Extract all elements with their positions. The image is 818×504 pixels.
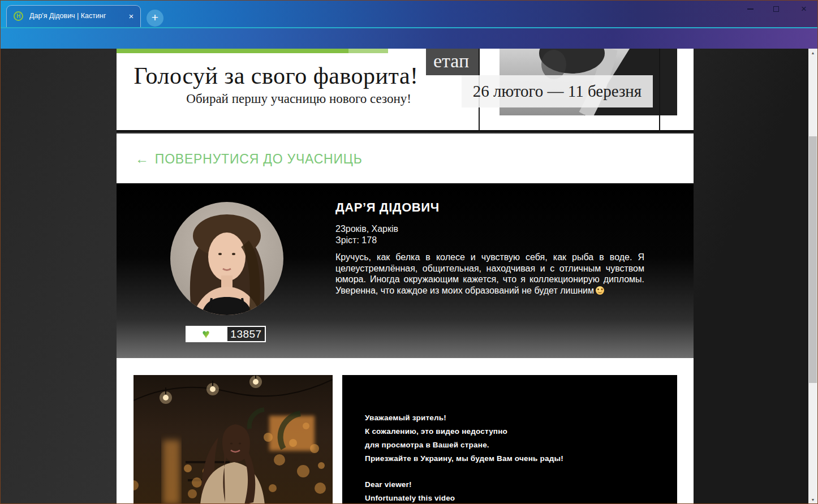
tab-title: Дар'я Дідович | Кастинг: [29, 6, 128, 27]
window-minimize-button[interactable]: [738, 1, 763, 18]
banner-title: Голосуй за свого фаворита!: [129, 62, 423, 89]
banner-green-bar-light: [348, 49, 388, 53]
back-link-label: ПОВЕРНУТИСЯ ДО УЧАСНИЦЬ: [155, 152, 363, 166]
back-to-participants-link[interactable]: ←ПОВЕРНУТИСЯ ДО УЧАСНИЦЬ: [135, 151, 363, 167]
video-notice-line: Уважаемый зритель!: [365, 411, 677, 425]
vote-count: 13857: [226, 326, 266, 342]
video-notice-line-en: Unfortunately this video: [365, 492, 677, 504]
back-link-strip: ←ПОВЕРНУТИСЯ ДО УЧАСНИЦЬ: [117, 133, 694, 183]
video-notice-line: для просмотра в Вашей стране.: [365, 438, 677, 452]
browser-toolbar: https://wmodel-kasting.novy.tv/2019/02/0…: [1, 28, 817, 49]
video-notice-line-en: Dear viewer!: [365, 478, 677, 492]
scroll-up-icon[interactable]: ▲: [808, 51, 817, 55]
vote-banner: Голосуй за свого фаворита! Обирай першу …: [117, 49, 694, 132]
participant-card: ♥ 13857 ДАР’Я ДІДОВИЧ 23років, Харків Зр…: [117, 183, 694, 358]
maximize-icon: [773, 6, 779, 12]
participant-name: ДАР’Я ДІДОВИЧ: [335, 200, 440, 215]
minimize-icon: [747, 8, 754, 10]
banner-frame-line: [659, 49, 660, 132]
window-maximize-button[interactable]: [764, 1, 789, 18]
close-icon: ×: [801, 1, 807, 17]
like-button[interactable]: ♥: [186, 326, 226, 342]
stage-dates: 26 лютого — 11 березня: [462, 75, 653, 107]
gallery-photo[interactable]: [134, 375, 333, 504]
browser-window: Н Дар'я Дідович | Кастинг × + ×: [0, 0, 818, 504]
site-favicon-icon: Н: [14, 11, 23, 21]
smiling-emoji-icon: [596, 286, 604, 295]
left-arrow-icon: ←: [135, 151, 149, 166]
tab-close-icon[interactable]: ×: [127, 6, 136, 27]
participant-height: Зріст: 178: [335, 235, 377, 245]
video-notice-line: К сожалению, это видео недоступно: [365, 425, 677, 438]
heart-icon: ♥: [202, 326, 210, 341]
page-scrollbar[interactable]: ▲ ▼: [808, 49, 817, 504]
video-notice-line: Приезжайте в Украину, мы будем Вам очень…: [365, 452, 677, 466]
scrollbar-thumb[interactable]: [809, 136, 817, 383]
page-background: Голосуй за свого фаворита! Обирай першу …: [1, 49, 809, 504]
tab-strip: Н Дар'я Дідович | Кастинг × + ×: [1, 1, 817, 27]
stage-label: етап: [426, 49, 479, 75]
banner-green-bar: [117, 49, 388, 53]
participant-photo: [170, 202, 283, 315]
banner-subtitle: Обирай першу учасницю нового сезону!: [117, 92, 411, 106]
page-content: Голосуй за свого фаворита! Обирай першу …: [117, 49, 694, 504]
new-tab-button[interactable]: +: [147, 10, 163, 27]
window-close-button[interactable]: ×: [791, 1, 816, 18]
participant-bio: Кручусь, как белка в колесе и чувствую с…: [335, 252, 644, 296]
video-player-notice[interactable]: Уважаемый зритель! К сожалению, это виде…: [342, 375, 677, 504]
browser-tab[interactable]: Н Дар'я Дідович | Кастинг ×: [6, 5, 141, 27]
participant-age-city: 23років, Харків: [335, 224, 398, 234]
scroll-down-icon[interactable]: ▼: [808, 498, 817, 502]
